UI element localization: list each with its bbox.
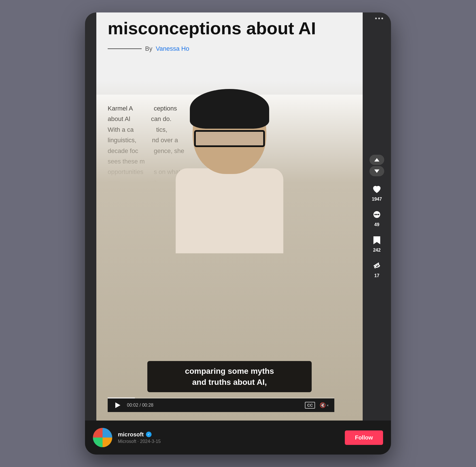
chevron-up-icon	[374, 158, 379, 162]
nav-group	[369, 155, 384, 176]
current-time: 00:02	[127, 403, 138, 407]
shirt	[176, 168, 283, 253]
right-sidebar: 1947 49 242	[363, 12, 391, 421]
byline-line	[108, 48, 142, 49]
video-container: misconceptions about AI By Vanessa Ho Ka…	[96, 12, 363, 421]
avatar-q4	[103, 438, 112, 447]
cc-button[interactable]: CC	[305, 402, 315, 409]
dot-2	[378, 18, 380, 19]
share-action[interactable]: 17	[371, 260, 383, 278]
play-button[interactable]	[113, 401, 122, 410]
comment-count: 49	[374, 222, 379, 227]
share-count: 17	[374, 273, 379, 278]
subtitle-line2: and truths about AI,	[192, 378, 267, 387]
device-frame: misconceptions about AI By Vanessa Ho Ka…	[85, 12, 391, 455]
avatar-q2	[103, 428, 112, 438]
glasses	[194, 130, 265, 147]
time-display: 00:02 / 00:28	[127, 403, 153, 408]
mute-icon: 🔇	[320, 402, 326, 408]
subtitle-bar: comparing some myths and truths about AI…	[147, 361, 312, 392]
top-bar	[375, 18, 383, 19]
article-byline: By Vanessa Ho	[108, 45, 351, 52]
play-icon	[115, 402, 120, 408]
like-action[interactable]: 1947	[371, 183, 383, 202]
verified-badge: ✓	[146, 432, 152, 437]
total-time: 00:28	[142, 403, 153, 407]
dot-3	[381, 18, 383, 19]
dot-1	[375, 18, 377, 19]
article-title: misconceptions about AI	[108, 18, 351, 38]
person-silhouette	[170, 80, 289, 245]
comment-icon	[371, 209, 383, 221]
subtitle-line1: comparing some myths	[185, 367, 274, 375]
like-count: 1947	[372, 197, 382, 202]
hair	[190, 89, 269, 129]
account-info: microsoft ✓ Microsoft · 2024-3-15	[118, 431, 339, 444]
share-icon	[371, 260, 383, 272]
time-separator: /	[138, 403, 142, 407]
avatar	[93, 428, 112, 447]
follow-button[interactable]: Follow	[345, 430, 383, 445]
account-name-row: microsoft ✓	[118, 431, 339, 438]
byline-author[interactable]: Vanessa Ho	[156, 45, 189, 52]
account-meta: Microsoft · 2024-3-15	[118, 439, 339, 444]
avatar-q1	[93, 428, 103, 438]
bottom-bar: microsoft ✓ Microsoft · 2024-3-15 Follow	[85, 421, 391, 455]
bookmark-icon	[371, 234, 383, 247]
svg-point-2	[376, 214, 378, 215]
person-overlay: comparing some myths and truths about AI…	[96, 80, 363, 421]
nav-up-button[interactable]	[369, 155, 384, 165]
chevron-down-icon	[374, 169, 379, 173]
controls-bar: 00:02 / 00:28 CC 🔇 ×	[108, 398, 334, 412]
mute-button[interactable]: 🔇 ×	[320, 402, 329, 408]
account-name-text[interactable]: microsoft	[118, 431, 144, 438]
mute-x: ×	[326, 403, 329, 407]
svg-point-3	[378, 214, 379, 215]
byline-prefix: By	[145, 45, 152, 52]
nav-down-button[interactable]	[369, 166, 384, 176]
save-count: 242	[373, 248, 381, 253]
svg-point-1	[375, 214, 376, 215]
avatar-q3	[93, 438, 103, 447]
save-action[interactable]: 242	[371, 234, 383, 253]
comment-action[interactable]: 49	[371, 209, 383, 227]
head	[193, 89, 266, 174]
like-icon	[371, 183, 383, 196]
